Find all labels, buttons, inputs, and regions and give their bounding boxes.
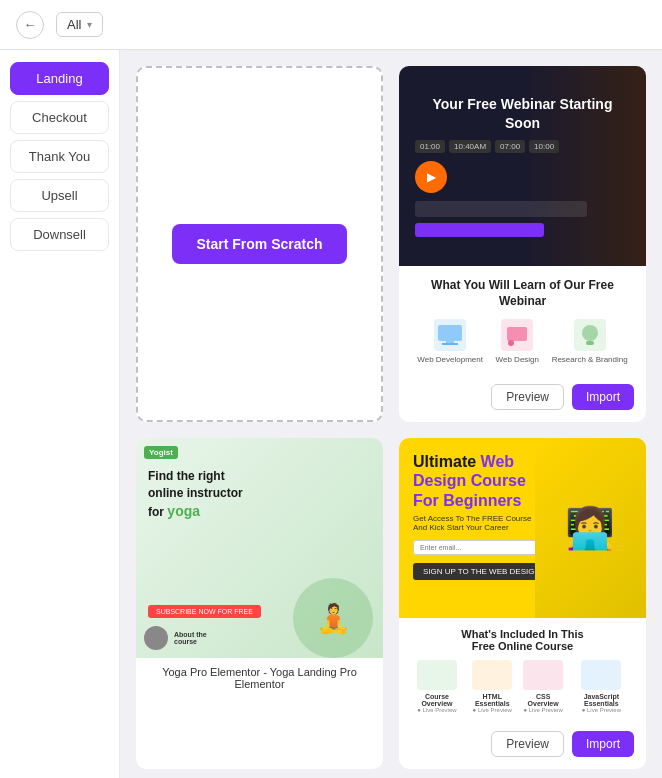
yoga-card-image: Yogist Find the rightonline instructorfo… — [136, 438, 383, 658]
webinar-tag: 07:00 — [495, 140, 525, 153]
yoga-card-label: Yoga Pro Elementor - Yoga Landing Pro El… — [136, 658, 383, 698]
branding-label: Research & Branding — [552, 355, 628, 364]
svg-rect-3 — [507, 327, 527, 341]
webdesign-label: Web Design — [496, 355, 539, 364]
scratch-card: Start From Scratch — [136, 66, 383, 422]
webdesign-import-button[interactable]: Import — [572, 731, 634, 757]
sidebar-item-upsell[interactable]: Upsell — [10, 179, 109, 212]
yoga-about-text: About thecourse — [174, 631, 207, 645]
module-sub-1: ● Live Preview — [411, 707, 463, 713]
yoga-pose-circle: 🧘 — [293, 578, 373, 658]
dropdown-label: All — [67, 17, 81, 32]
template-grid: Start From Scratch Your Free Webinar Sta… — [136, 66, 646, 778]
webinar-tag: 10:00 — [529, 140, 559, 153]
module-label-2: HTML Essentials — [467, 693, 518, 707]
webinar-tag: 01:00 — [415, 140, 445, 153]
start-scratch-button[interactable]: Start From Scratch — [172, 224, 346, 264]
yoga-subscribe-btn[interactable]: SUBSCRIBE NOW FOR FREE — [148, 605, 261, 618]
module-sub-3: ● Live Preview — [522, 707, 565, 713]
topbar: ← All ▾ — [0, 0, 662, 50]
webdesign-section-title: What's Included In ThisFree Online Cours… — [411, 628, 634, 652]
webinar-title: Your Free Webinar Starting Soon — [415, 95, 630, 131]
module-js: JavaScript Essentials ● Live Preview — [569, 660, 634, 713]
webinar-form-placeholder — [415, 201, 587, 217]
module-html: HTML Essentials ● Live Preview — [467, 660, 518, 713]
module-label-1: Course Overview — [411, 693, 463, 707]
sidebar-item-downsell[interactable]: Downsell — [10, 218, 109, 251]
yoga-template-card[interactable]: Yogist Find the rightonline instructorfo… — [136, 438, 383, 769]
icon-block-webdev: Web Development — [417, 319, 483, 364]
webinar-import-button[interactable]: Import — [572, 384, 634, 410]
svg-rect-2 — [442, 343, 458, 345]
webinar-card-image: Your Free Webinar Starting Soon 01:00 10… — [399, 66, 646, 266]
webinar-tags: 01:00 10:40AM 07:00 10:00 — [415, 140, 630, 153]
filter-dropdown[interactable]: All ▾ — [56, 12, 103, 37]
webdev-icon — [434, 319, 466, 351]
sidebar-item-checkout[interactable]: Checkout — [10, 101, 109, 134]
webinar-tag: 10:40AM — [449, 140, 491, 153]
yoga-about-section: About thecourse — [144, 626, 207, 650]
module-sub-2: ● Live Preview — [467, 707, 518, 713]
webdev-label: Web Development — [417, 355, 483, 364]
sidebar: Landing Checkout Thank You Upsell Downse… — [0, 50, 120, 778]
webdesign-preview-button[interactable]: Preview — [491, 731, 564, 757]
yoga-pose-figure: 🧘 — [293, 538, 373, 658]
webdesign-card-bottom: What's Included In ThisFree Online Cours… — [399, 618, 646, 723]
branding-icon — [574, 319, 606, 351]
webdesign-course-card[interactable]: Ultimate WebDesign CourseFor Beginners G… — [399, 438, 646, 769]
webdesign-email-input[interactable] — [413, 540, 544, 555]
webdesign-card-actions: Preview Import — [399, 723, 646, 769]
module-sub-4: ● Live Preview — [569, 707, 634, 713]
svg-point-5 — [582, 325, 598, 341]
webdesign-course-image: Ultimate WebDesign CourseFor Beginners G… — [399, 438, 646, 618]
module-label-3: CSS Overview — [522, 693, 565, 707]
icon-block-webdesign: Web Design — [496, 319, 539, 364]
webinar-icons-row: Web Development Web Design — [411, 319, 634, 364]
yoga-header: Yogist — [144, 446, 178, 459]
module-css: CSS Overview ● Live Preview — [522, 660, 565, 713]
webinar-card-actions: Preview Import — [399, 376, 646, 422]
yoga-main-text: Find the rightonline instructorfor yoga — [148, 468, 243, 521]
webinar-learn-title: What You Will Learn of Our Free Webinar — [411, 278, 634, 309]
sidebar-item-landing[interactable]: Landing — [10, 62, 109, 95]
module-thumb-2 — [472, 660, 512, 690]
module-course-overview: Course Overview ● Live Preview — [411, 660, 463, 713]
yoga-logo: Yogist — [144, 446, 178, 459]
svg-rect-6 — [586, 341, 594, 345]
chevron-down-icon: ▾ — [87, 19, 92, 30]
module-thumb-4 — [581, 660, 621, 690]
webinar-template-card[interactable]: Your Free Webinar Starting Soon 01:00 10… — [399, 66, 646, 422]
yoga-about-avatar — [144, 626, 168, 650]
back-button[interactable]: ← — [16, 11, 44, 39]
webinar-card-info: What You Will Learn of Our Free Webinar … — [399, 266, 646, 376]
sidebar-item-thank-you[interactable]: Thank You — [10, 140, 109, 173]
module-thumb-3 — [523, 660, 563, 690]
webinar-cta-bar — [415, 223, 544, 237]
svg-rect-0 — [438, 325, 462, 341]
webinar-play-button[interactable]: ▶ — [415, 161, 447, 193]
webdesign-modules: Course Overview ● Live Preview HTML Esse… — [411, 660, 634, 713]
module-label-4: JavaScript Essentials — [569, 693, 634, 707]
webinar-preview-button[interactable]: Preview — [491, 384, 564, 410]
main-layout: Landing Checkout Thank You Upsell Downse… — [0, 50, 662, 778]
content-area: Start From Scratch Your Free Webinar Sta… — [120, 50, 662, 778]
webdesign-icon — [501, 319, 533, 351]
icon-block-branding: Research & Branding — [552, 319, 628, 364]
svg-point-4 — [508, 340, 514, 346]
module-thumb-1 — [417, 660, 457, 690]
